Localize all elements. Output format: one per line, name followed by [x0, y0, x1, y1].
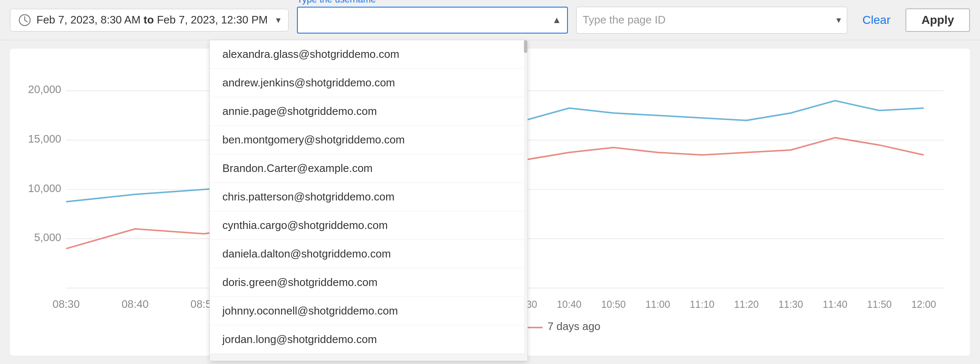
- svg-text:7 days ago: 7 days ago: [547, 320, 601, 332]
- date-start: Feb 7, 2023, 8:30 AM: [36, 13, 141, 26]
- right-chart-container: 10:30 10:40 10:50 11:00 11:10 11:20 11:3…: [493, 49, 970, 356]
- svg-text:12:00: 12:00: [911, 299, 936, 310]
- svg-text:10:40: 10:40: [557, 299, 582, 310]
- date-range-picker[interactable]: Feb 7, 2023, 8:30 AM to Feb 7, 2023, 12:…: [10, 9, 289, 31]
- dropdown-item[interactable]: doris.green@shotgriddemo.com: [210, 268, 527, 297]
- dropdown-item[interactable]: johnny.oconnell@shotgriddemo.com: [210, 297, 527, 325]
- svg-text:11:20: 11:20: [734, 299, 759, 310]
- dropdown-item[interactable]: ben.montgomery@shotgriddemo.com: [210, 126, 527, 154]
- svg-text:5,000: 5,000: [34, 231, 61, 243]
- dropdown-item[interactable]: Brandon.Carter@example.com: [210, 154, 527, 183]
- svg-text:11:40: 11:40: [823, 299, 848, 310]
- dropdown-item[interactable]: alexandra.glass@shotgriddemo.com: [210, 40, 527, 69]
- dropdown-item[interactable]: annie.page@shotgriddemo.com: [210, 97, 527, 126]
- date-end: Feb 7, 2023, 12:30 PM: [157, 13, 268, 26]
- page-id-container: Type the page ID ▾: [576, 7, 847, 34]
- dropdown-item[interactable]: cynthia.cargo@shotgriddemo.com: [210, 211, 527, 240]
- toolbar: Feb 7, 2023, 8:30 AM to Feb 7, 2023, 12:…: [0, 0, 980, 40]
- scroll-indicator: [210, 354, 527, 361]
- svg-text:08:30: 08:30: [53, 298, 80, 310]
- svg-text:11:30: 11:30: [779, 299, 803, 310]
- svg-text:11:00: 11:00: [645, 299, 670, 310]
- username-input[interactable]: [304, 13, 552, 26]
- username-dropdown: alexandra.glass@shotgriddemo.comandrew.j…: [209, 40, 528, 361]
- svg-text:10:50: 10:50: [601, 299, 626, 310]
- svg-text:08:40: 08:40: [121, 298, 149, 310]
- apply-button[interactable]: Apply: [905, 8, 970, 32]
- right-chart: 10:30 10:40 10:50 11:00 11:10 11:20 11:3…: [502, 61, 962, 347]
- svg-text:11:10: 11:10: [690, 299, 714, 310]
- page-id-input-wrapper[interactable]: Type the page ID ▾: [576, 7, 847, 34]
- svg-text:20,000: 20,000: [28, 83, 61, 95]
- svg-text:10,000: 10,000: [28, 182, 61, 194]
- scrollbar-track: [524, 40, 527, 361]
- date-range-text: Feb 7, 2023, 8:30 AM to Feb 7, 2023, 12:…: [36, 13, 268, 26]
- dropdown-item[interactable]: andrew.jenkins@shotgriddemo.com: [210, 69, 527, 97]
- dropdown-item[interactable]: daniela.dalton@shotgriddemo.com: [210, 240, 527, 268]
- date-range-chevron-icon: ▾: [276, 15, 281, 26]
- page-id-placeholder: Type the page ID: [583, 13, 836, 26]
- username-label: Type the username: [297, 0, 376, 5]
- scrollbar-thumb[interactable]: [524, 40, 527, 53]
- username-container: Type the username ▲: [297, 7, 568, 34]
- svg-text:11:50: 11:50: [867, 299, 892, 310]
- page-id-chevron-icon: ▾: [836, 15, 841, 26]
- username-input-wrapper: ▲: [297, 7, 568, 34]
- date-to-label: to: [144, 13, 154, 26]
- dropdown-item[interactable]: chris.patterson@shotgriddemo.com: [210, 183, 527, 211]
- svg-text:15,000: 15,000: [28, 133, 61, 145]
- username-dropdown-arrow-icon[interactable]: ▲: [552, 15, 561, 26]
- svg-line-2: [25, 20, 27, 22]
- dropdown-items-container: alexandra.glass@shotgriddemo.comandrew.j…: [210, 40, 527, 354]
- dropdown-item[interactable]: jordan.long@shotgriddemo.com: [210, 325, 527, 354]
- clear-button[interactable]: Clear: [856, 10, 897, 30]
- clock-icon: [18, 13, 31, 27]
